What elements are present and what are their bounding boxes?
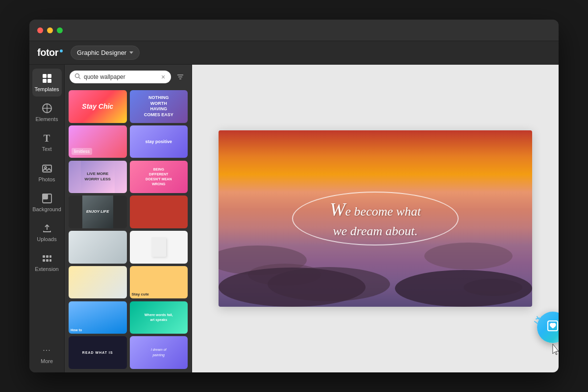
uploads-label: Uploads [37, 236, 56, 243]
more-icon: ··· [41, 344, 53, 356]
template-card[interactable]: Live moreWorry less ♡ [69, 161, 127, 194]
cloud [219, 268, 366, 307]
svg-rect-1 [48, 74, 51, 78]
template-card[interactable]: I dream ofpainting ♡ [130, 336, 188, 369]
close-button[interactable] [37, 27, 43, 33]
template-card[interactable]: ♡ [69, 266, 127, 299]
title-bar [29, 20, 559, 41]
template-card[interactable]: READ WHAT IS ♡ [69, 336, 127, 369]
minimize-button[interactable] [47, 27, 53, 33]
template-card[interactable]: BEINGDIFFERENTDOESN'T MEANWRONG ♡ [130, 161, 188, 194]
search-bar: × [65, 65, 192, 88]
menu-bar: fotor Graphic Designer [29, 41, 559, 65]
quote-letter-w: W [330, 196, 345, 222]
sidebar-item-uploads[interactable]: Uploads [32, 219, 62, 246]
sidebar-item-more[interactable]: ··· More [32, 341, 62, 368]
svg-line-16 [79, 77, 81, 79]
template-card[interactable]: ♡ [130, 196, 188, 228]
templates-panel: × Stay Chic ♡ [65, 65, 192, 372]
svg-rect-10 [46, 255, 49, 258]
svg-rect-0 [43, 74, 47, 78]
template-card[interactable]: Stay cute ♡ [130, 266, 188, 299]
template-card[interactable]: Where words fail,art speaks ♡ [130, 301, 188, 334]
maximize-button[interactable] [57, 27, 63, 33]
photos-icon [41, 163, 53, 174]
template-card[interactable]: ♡ [69, 231, 127, 264]
text-label: Text [42, 146, 51, 152]
template-card[interactable]: Stay Chic ♡ [69, 90, 127, 123]
sidebar-item-templates[interactable]: Templates [32, 69, 62, 97]
elements-icon [41, 102, 53, 114]
sidebar-item-extension[interactable]: Extension [32, 248, 62, 276]
elements-label: Elements [36, 116, 58, 122]
canvas-area: We become what we dream about. [192, 65, 559, 372]
main-content: Templates Elements T Text [29, 65, 559, 372]
sidebar: Templates Elements T Text [29, 65, 65, 372]
extension-label: Extension [35, 266, 58, 272]
text-icon: T [41, 132, 53, 144]
quote-line2: we dream about. [333, 224, 417, 238]
svg-rect-12 [43, 259, 45, 262]
search-icon [74, 73, 81, 81]
svg-rect-2 [43, 79, 47, 83]
background-icon [41, 193, 53, 204]
templates-label: Templates [34, 86, 59, 93]
template-card[interactable]: How to ♡ [69, 301, 127, 334]
quote-text-overlay: We become what we dream about. [330, 196, 421, 241]
photos-label: Photos [38, 176, 55, 183]
extension-icon [41, 252, 53, 264]
heart-favorite-icon [546, 319, 559, 336]
canvas-background: We become what we dream about. [219, 130, 532, 307]
clear-search-button[interactable]: × [160, 74, 166, 80]
cursor [551, 343, 559, 358]
app-window: fotor Graphic Designer Templates [29, 20, 559, 372]
template-grid: Stay Chic ♡ NOTHINGWORTHHAVINGCOMES EASY… [65, 88, 192, 372]
svg-rect-9 [43, 255, 45, 258]
svg-point-15 [75, 74, 79, 78]
template-card[interactable]: NOTHINGWORTHHAVINGCOMES EASY ♡ [130, 90, 188, 123]
template-card[interactable]: ♡ [130, 231, 188, 264]
svg-rect-3 [48, 79, 51, 83]
cloud [424, 243, 513, 270]
more-label: More [41, 358, 53, 365]
search-input-wrapper: × [70, 71, 171, 83]
uploads-icon [41, 222, 53, 234]
sidebar-item-photos[interactable]: Photos [32, 159, 62, 187]
cloud [395, 270, 532, 307]
canvas-frame: We become what we dream about. [219, 130, 532, 307]
template-card[interactable]: ENJOY LIFE ♡ [69, 196, 127, 228]
app-mode-selector[interactable]: Graphic Designer [71, 46, 140, 60]
templates-icon [41, 73, 53, 84]
logo[interactable]: fotor [37, 47, 63, 58]
canvas-quote: We become what we dream about. [330, 196, 421, 241]
svg-rect-14 [49, 259, 51, 262]
svg-rect-8 [43, 194, 48, 199]
svg-rect-13 [46, 259, 49, 262]
logo-dot [60, 49, 63, 52]
filter-button[interactable] [174, 70, 187, 84]
background-label: Background [32, 206, 61, 213]
logo-text: fotor [37, 47, 58, 58]
sidebar-item-elements[interactable]: Elements [32, 98, 62, 126]
quote-line1: e become what [345, 204, 421, 219]
template-card[interactable]: stay positive ♡ [130, 125, 188, 158]
search-input[interactable] [84, 74, 157, 80]
chevron-down-icon [129, 51, 133, 54]
template-card[interactable]: limitless ♡ [69, 125, 127, 158]
sidebar-item-background[interactable]: Background [32, 189, 62, 217]
favorite-button[interactable] [537, 312, 559, 343]
sidebar-item-text[interactable]: T Text [32, 128, 62, 156]
svg-rect-11 [49, 255, 51, 258]
app-mode-label: Graphic Designer [77, 49, 126, 56]
